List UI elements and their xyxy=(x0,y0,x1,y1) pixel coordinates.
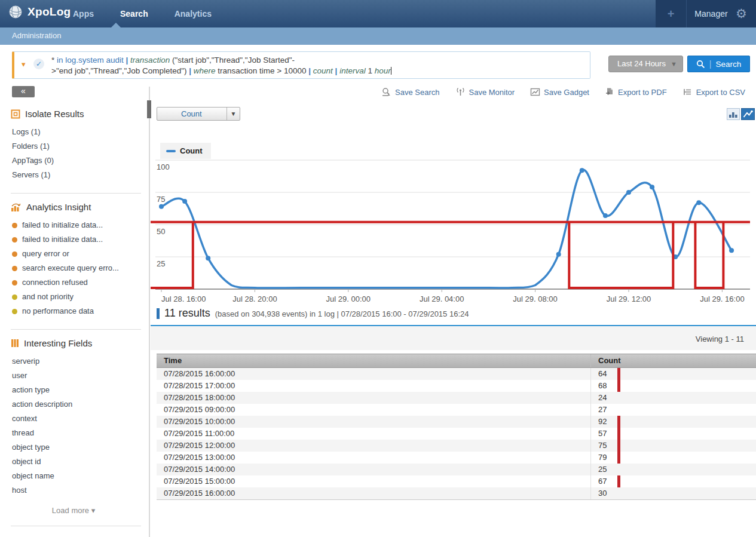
insight-label: connection refused xyxy=(22,275,88,290)
count-value: 92 xyxy=(598,417,607,426)
save-gadget-button[interactable]: Save Gadget xyxy=(530,87,589,97)
chevron-down-icon: ▼ xyxy=(227,108,240,120)
top-nav: XpoLog Apps Search Analytics + Manager ⚙ xyxy=(0,0,756,27)
nav-menu: Apps Search Analytics xyxy=(60,0,225,27)
search-query-input[interactable]: ▾ ✓ * in log.system audit | transaction … xyxy=(12,51,590,79)
table-row[interactable]: 07/29/2015 09:00:0027 xyxy=(157,404,756,416)
alert-bar-icon xyxy=(617,368,620,380)
field-item[interactable]: user xyxy=(12,369,147,383)
table-row[interactable]: 07/29/2015 14:00:0025 xyxy=(157,464,756,475)
data-point xyxy=(182,199,187,204)
count-value: 75 xyxy=(598,441,607,450)
sidebar-divider xyxy=(11,329,141,330)
field-item[interactable]: context xyxy=(12,412,147,426)
export-csv-button[interactable]: Export to CSV xyxy=(682,87,745,97)
isolate-item[interactable]: Servers (1) xyxy=(12,168,147,182)
splitter-drag-handle[interactable] xyxy=(147,100,151,118)
query-token: | xyxy=(189,66,194,75)
save-search-icon xyxy=(381,87,391,97)
field-item[interactable]: host xyxy=(12,483,147,498)
severity-bullet-icon xyxy=(12,309,17,314)
count-value: 27 xyxy=(598,405,607,414)
table-row[interactable]: 07/28/2015 18:00:0024 xyxy=(157,392,756,404)
results-accent-bar xyxy=(157,308,160,319)
cell-count: 75 xyxy=(590,440,756,452)
line-chart-toggle-button[interactable] xyxy=(741,108,755,120)
breadcrumb[interactable]: Administration xyxy=(12,31,61,40)
alert-bar-icon xyxy=(617,416,620,428)
query-token: count xyxy=(313,66,335,75)
y-tick-label: 50 xyxy=(157,227,165,236)
save-gadget-label: Save Gadget xyxy=(544,88,589,97)
alert-region-outline xyxy=(695,222,723,288)
cell-count: 92 xyxy=(590,416,756,428)
query-valid-check-icon: ✓ xyxy=(33,59,44,69)
globe-icon xyxy=(8,5,23,19)
insight-item[interactable]: and not priority xyxy=(12,290,147,304)
save-monitor-button[interactable]: Save Monitor xyxy=(455,87,515,97)
field-item[interactable]: object id xyxy=(12,455,147,469)
sidebar-collapse-button[interactable]: « xyxy=(12,86,35,97)
x-tick-label: Jul 29, 08:00 xyxy=(513,294,557,302)
table-row[interactable]: 07/28/2015 16:00:0064 xyxy=(157,368,756,380)
export-pdf-button[interactable]: Export to PDF xyxy=(605,87,667,97)
cell-count: 79 xyxy=(590,452,756,464)
results-table: Time Count 07/28/2015 16:00:006407/28/20… xyxy=(157,354,756,500)
field-item[interactable]: thread xyxy=(12,426,147,440)
query-token: interval xyxy=(339,66,368,75)
cell-time: 07/28/2015 18:00:00 xyxy=(157,392,590,404)
isolate-item[interactable]: Logs (1) xyxy=(12,125,147,139)
insight-item[interactable]: connection refused xyxy=(12,275,147,290)
manager-menu[interactable]: Manager xyxy=(687,9,736,19)
field-item[interactable]: object type xyxy=(12,440,147,455)
panel-splitter[interactable] xyxy=(149,87,150,537)
insight-item[interactable]: failed to initialize data... xyxy=(12,232,147,247)
table-row[interactable]: 07/29/2015 13:00:0079 xyxy=(157,452,756,464)
table-row[interactable]: 07/29/2015 11:00:0057 xyxy=(157,428,756,440)
nav-item-analytics[interactable]: Analytics xyxy=(161,0,225,27)
interesting-fields-list: serveripuseraction typeaction descriptio… xyxy=(12,354,147,498)
cell-time: 07/29/2015 12:00:00 xyxy=(157,440,590,452)
load-more-button[interactable]: Load more ▾ xyxy=(0,506,147,515)
table-row[interactable]: 07/29/2015 12:00:0075 xyxy=(157,440,756,452)
gear-icon[interactable]: ⚙ xyxy=(736,7,756,21)
nav-item-apps[interactable]: Apps xyxy=(60,0,107,27)
time-range-dropdown[interactable]: Last 24 Hours ▼ xyxy=(608,56,683,72)
insight-label: failed to initialize data... xyxy=(22,218,103,232)
insight-item[interactable]: search execute query erro... xyxy=(12,261,147,275)
field-item[interactable]: action type xyxy=(12,383,147,397)
table-row[interactable]: 07/29/2015 15:00:0067 xyxy=(157,475,756,487)
insight-label: and not priority xyxy=(22,290,74,304)
table-row[interactable]: 07/28/2015 17:00:0068 xyxy=(157,380,756,392)
isolate-item[interactable]: AppTags (0) xyxy=(12,154,147,168)
add-button[interactable]: + xyxy=(656,0,687,27)
insight-item[interactable]: no performance data xyxy=(12,304,147,318)
legend-line-swatch xyxy=(166,150,176,152)
cell-time: 07/29/2015 16:00:00 xyxy=(157,487,590,499)
field-item[interactable]: object name xyxy=(12,469,147,483)
search-button[interactable]: | Search xyxy=(687,56,750,72)
table-row[interactable]: 07/29/2015 10:00:0092 xyxy=(157,416,756,428)
data-point xyxy=(626,190,631,195)
query-token: transaction time > 10000 xyxy=(218,66,308,75)
cell-time: 07/29/2015 09:00:00 xyxy=(157,404,590,416)
insight-item[interactable]: query error or xyxy=(12,247,147,261)
metric-dropdown[interactable]: Count ▼ xyxy=(157,107,240,121)
query-history-caret-icon[interactable]: ▾ xyxy=(22,60,26,69)
bar-chart-toggle-button[interactable] xyxy=(727,108,740,120)
column-header-time[interactable]: Time xyxy=(157,354,590,367)
insight-item[interactable]: failed to initialize data... xyxy=(12,218,147,232)
save-search-button[interactable]: Save Search xyxy=(381,87,439,97)
column-header-count[interactable]: Count xyxy=(590,354,756,367)
field-item[interactable]: serverip xyxy=(12,354,147,369)
isolate-results-list: Logs (1)Folders (1)AppTags (0)Servers (1… xyxy=(12,125,147,182)
cell-count: 67 xyxy=(590,475,756,487)
table-row[interactable]: 07/29/2015 16:00:0030 xyxy=(157,487,756,499)
isolate-item[interactable]: Folders (1) xyxy=(12,139,147,154)
viewing-range: Viewing 1 - 11 xyxy=(696,335,744,343)
line-chart-icon xyxy=(743,110,753,118)
insight-label: no performance data xyxy=(22,304,94,318)
field-item[interactable]: action description xyxy=(12,397,147,412)
sidebar-divider xyxy=(11,526,141,526)
data-point xyxy=(696,200,701,205)
